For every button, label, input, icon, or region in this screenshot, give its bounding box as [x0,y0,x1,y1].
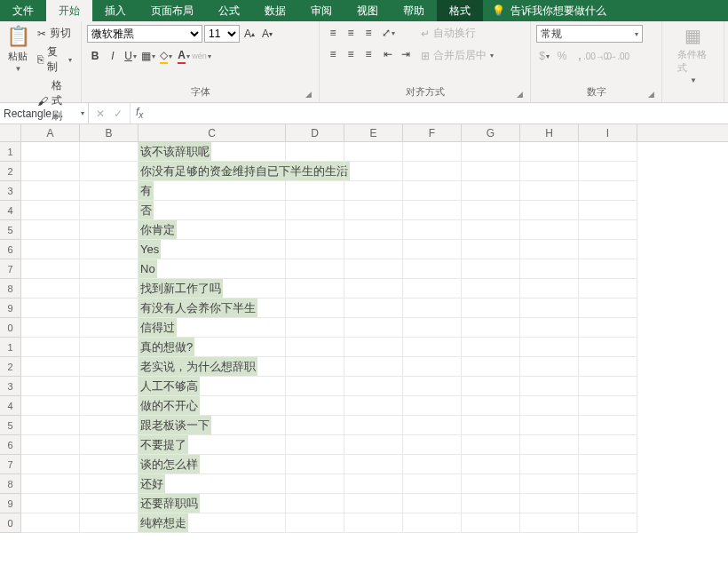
col-header-G[interactable]: G [462,124,520,141]
enter-formula-button[interactable]: ✓ [114,107,123,120]
cell[interactable] [520,474,579,494]
cell[interactable] [21,416,80,435]
cell[interactable] [403,455,462,474]
cell[interactable] [520,298,579,318]
cell[interactable] [403,181,462,201]
increase-indent-button[interactable]: ⇥ [398,46,414,62]
cell[interactable] [80,357,138,377]
cell[interactable] [403,396,462,416]
number-format-select[interactable]: 常规 ▾ [536,25,643,43]
cell[interactable] [21,377,80,396]
row-header[interactable]: 2 [0,357,21,377]
cell[interactable] [579,416,637,435]
cell[interactable] [403,220,462,240]
cell[interactable] [520,181,579,201]
cell[interactable] [462,494,520,513]
font-name-select[interactable]: 微软雅黑 [87,25,202,43]
align-bottom-button[interactable]: ≡ [360,25,376,41]
cut-button[interactable]: ✂ 剪切 [34,25,75,42]
cell[interactable] [520,435,579,455]
cell[interactable] [579,142,637,162]
cell[interactable] [462,513,520,533]
fill-color-button[interactable]: ◇▾ [158,48,174,64]
cell[interactable] [286,259,344,279]
cell[interactable] [403,474,462,494]
bold-button[interactable]: B [87,48,103,64]
cell[interactable] [80,298,138,318]
dialog-launcher-icon[interactable]: ◢ [648,90,654,99]
cell[interactable] [80,162,138,181]
cell[interactable] [21,298,80,318]
tab-formulas[interactable]: 公式 [206,0,252,21]
tab-file[interactable]: 文件 [0,0,46,21]
cell[interactable] [403,416,462,435]
cell[interactable]: 真的想做? [138,338,286,357]
cell[interactable] [462,181,520,201]
cell[interactable] [21,435,80,455]
cell[interactable] [286,279,344,298]
accounting-format-button[interactable]: $▾ [536,48,552,64]
cell[interactable] [520,416,579,435]
cell[interactable] [286,338,344,357]
cell[interactable] [80,435,138,455]
cell[interactable] [579,318,637,338]
cell[interactable] [286,474,344,494]
cell[interactable] [579,357,637,377]
cell[interactable] [579,435,637,455]
cell[interactable] [462,455,520,474]
cell[interactable] [80,259,138,279]
cell[interactable]: 信得过 [138,318,286,338]
tell-me[interactable]: 💡 告诉我你想要做什么 [483,0,615,21]
cell[interactable] [344,338,403,357]
cell[interactable] [462,416,520,435]
cell[interactable] [21,455,80,474]
percent-button[interactable]: % [554,48,570,64]
border-button[interactable]: ▦▾ [140,48,156,64]
cell[interactable] [403,279,462,298]
cell[interactable]: 跟老板谈一下 [138,416,286,435]
cell[interactable] [286,435,344,455]
cell[interactable] [21,240,80,259]
cell[interactable] [286,142,344,162]
cell[interactable]: 老实说，为什么想辞职 [138,357,286,377]
cell[interactable] [21,357,80,377]
cell[interactable]: 否 [138,201,286,220]
col-header-E[interactable]: E [344,124,403,141]
row-header[interactable]: 9 [0,298,21,318]
cell[interactable] [286,318,344,338]
cell[interactable] [286,220,344,240]
cell[interactable]: 有 [138,181,286,201]
cell[interactable] [520,513,579,533]
cell[interactable] [80,220,138,240]
cell[interactable] [344,162,403,181]
font-size-select[interactable]: 11 [204,25,240,43]
cell[interactable] [520,201,579,220]
cell[interactable] [344,181,403,201]
cell[interactable] [403,162,462,181]
row-header[interactable]: 7 [0,455,21,474]
cell[interactable] [520,455,579,474]
fx-icon[interactable]: fx [131,106,148,120]
cell[interactable] [21,220,80,240]
cell[interactable] [462,318,520,338]
cell[interactable] [579,259,637,279]
cell[interactable] [403,201,462,220]
tab-data[interactable]: 数据 [252,0,298,21]
conditional-format-button[interactable]: ▦ 条件格式 ▼ [677,25,709,84]
row-header[interactable]: 1 [0,142,21,162]
decrease-decimal-button[interactable]: .0→.00 [607,48,623,64]
cancel-formula-button[interactable]: ✕ [96,107,105,120]
row-header[interactable]: 6 [0,435,21,455]
align-right-button[interactable]: ≡ [360,46,376,62]
cell[interactable] [579,474,637,494]
cell[interactable]: 还好 [138,474,286,494]
decrease-font-button[interactable]: A▾ [259,26,275,42]
cell[interactable] [21,396,80,416]
cell[interactable] [462,377,520,396]
cell[interactable] [520,494,579,513]
row-header[interactable]: 9 [0,494,21,513]
cell[interactable] [520,318,579,338]
cell[interactable] [403,494,462,513]
dialog-launcher-icon[interactable]: ◢ [305,90,312,99]
format-painter-button[interactable]: 🖌 格式刷 [34,77,75,124]
